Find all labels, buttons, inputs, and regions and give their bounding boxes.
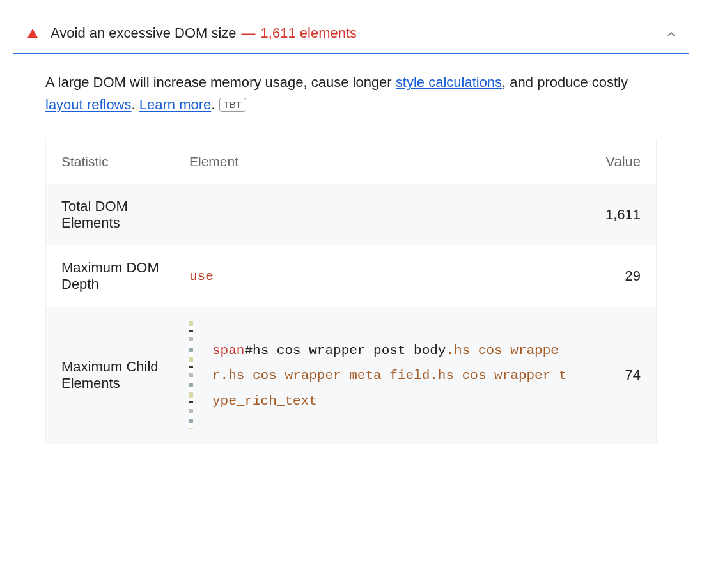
link-layout-reflows[interactable]: layout reflows: [45, 97, 132, 112]
audit-display-value: 1,611 elements: [261, 25, 357, 42]
audit-title: Avoid an excessive DOM size: [51, 25, 237, 42]
audit-card: Avoid an excessive DOM size — 1,611 elem…: [13, 13, 689, 470]
element-thumbnail: [189, 321, 193, 429]
value-cell: 29: [570, 268, 641, 284]
table-row: Total DOM Elements 1,611: [46, 184, 656, 245]
audit-description: A large DOM will increase memory usage, …: [45, 71, 657, 116]
description-text: , and produce costly: [502, 74, 628, 90]
table-header-row: Statistic Element Value: [46, 139, 656, 184]
element-tag-code: use: [189, 269, 214, 284]
table-row: Maximum DOM Depth use 29: [46, 245, 656, 307]
stats-table: Statistic Element Value Total DOM Elemen…: [45, 139, 657, 444]
value-cell: 74: [570, 321, 641, 429]
col-header-value: Value: [570, 153, 641, 170]
description-text: .: [211, 97, 219, 112]
element-cell: span#hs_cos_wrapper_post_body.hs_cos_wra…: [189, 321, 570, 429]
audit-header[interactable]: Avoid an excessive DOM size — 1,611 elem…: [13, 13, 689, 54]
selector-tag: span: [212, 343, 244, 358]
table-row: Maximum Child Elements span#hs_cos_wrapp…: [46, 307, 656, 444]
col-header-statistic: Statistic: [61, 154, 189, 169]
stat-label: Total DOM Elements: [61, 198, 189, 231]
link-style-calculations[interactable]: style calculations: [396, 74, 502, 90]
link-learn-more[interactable]: Learn more: [139, 97, 212, 112]
audit-body: A large DOM will increase memory usage, …: [13, 54, 689, 470]
warning-triangle-icon: [27, 29, 38, 38]
col-header-element: Element: [189, 154, 570, 169]
description-text: .: [132, 97, 139, 112]
audit-separator: —: [242, 25, 256, 42]
value-cell: 1,611: [570, 206, 641, 223]
chevron-up-icon[interactable]: [666, 29, 675, 38]
stat-label: Maximum Child Elements: [61, 321, 189, 429]
element-selector-code: span#hs_cos_wrapper_post_body.hs_cos_wra…: [212, 337, 570, 415]
selector-class: .hs_cos_wrapper_meta_field: [221, 368, 430, 383]
description-text: A large DOM will increase memory usage, …: [45, 74, 396, 90]
tbt-badge: TBT: [219, 98, 246, 112]
selector-id: #hs_cos_wrapper_post_body: [244, 343, 446, 358]
element-cell: use: [189, 269, 570, 284]
stat-label: Maximum DOM Depth: [61, 259, 189, 293]
